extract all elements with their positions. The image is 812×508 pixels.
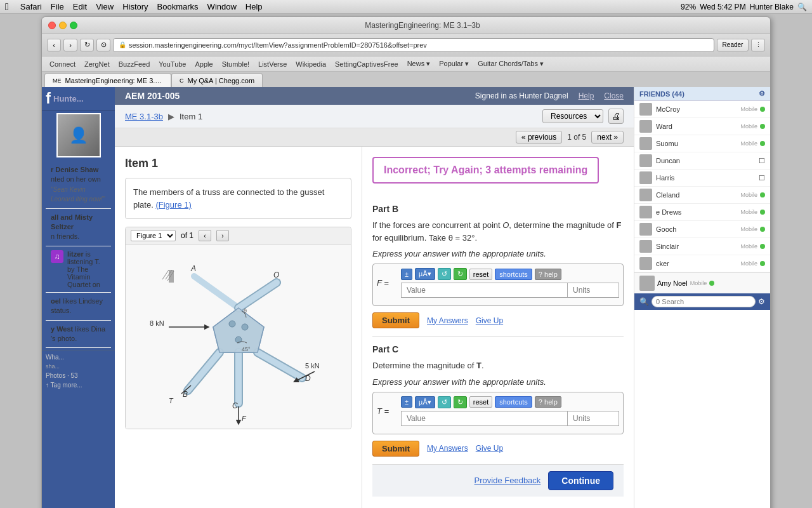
part-c-give-up-link[interactable]: Give Up bbox=[476, 444, 503, 453]
friend-item-cker: cker Mobile bbox=[634, 255, 770, 272]
friend-mobile-cker: Mobile bbox=[740, 260, 757, 267]
part-c-units-input[interactable] bbox=[568, 411, 619, 425]
bookmark-news[interactable]: News ▾ bbox=[403, 58, 435, 69]
main-content-area: AEM 201-005 Signed in as Hunter Dagnel H… bbox=[115, 87, 634, 508]
friend-left-ward: Ward bbox=[639, 120, 672, 133]
fb-search-input[interactable] bbox=[652, 296, 756, 307]
part-b-units-input[interactable] bbox=[568, 283, 619, 297]
maximize-window-button[interactable] bbox=[70, 22, 77, 29]
prev-button[interactable]: « previous bbox=[516, 131, 562, 144]
bookmark-popular[interactable]: Popular ▾ bbox=[435, 58, 473, 69]
menu-history[interactable]: History bbox=[122, 2, 148, 11]
bookmark-buzzfeed[interactable]: BuzzFeed bbox=[115, 59, 154, 69]
part-c-format-btn2[interactable]: µÅ▾ bbox=[415, 396, 435, 408]
friend-name-suomu: Suomu bbox=[656, 140, 678, 147]
friend-status-cker: Mobile bbox=[740, 260, 765, 267]
bookmark-stumble[interactable]: Stumble! bbox=[218, 59, 253, 69]
part-b-format-btn2[interactable]: µÅ▾ bbox=[415, 268, 435, 280]
extensions-button[interactable]: ⋮ bbox=[751, 39, 765, 51]
breadcrumb-link[interactable]: ME 3.1-3b bbox=[125, 112, 163, 121]
part-c-redo-btn[interactable]: ↻ bbox=[454, 396, 467, 408]
menu-edit[interactable]: Edit bbox=[73, 2, 87, 11]
part-b-redo-btn[interactable]: ↻ bbox=[454, 268, 467, 280]
feedback-link[interactable]: Provide Feedback bbox=[475, 476, 541, 485]
part-b-help-btn[interactable]: ? help bbox=[535, 269, 561, 280]
bookmark-connect[interactable]: Connect bbox=[46, 59, 79, 69]
part-b-my-answers-link[interactable]: My Answers bbox=[427, 316, 468, 325]
address-bar[interactable]: 🔒 session.masteringengineering.com/myct/… bbox=[113, 38, 714, 52]
help-link[interactable]: Help bbox=[579, 91, 594, 100]
part-b-undo-btn[interactable]: ↺ bbox=[438, 268, 451, 280]
fb-friends-options-icon[interactable]: ⚙ bbox=[759, 90, 765, 98]
part-c-eq-label: T = bbox=[377, 406, 396, 416]
fb-footer-name: Amy Noel bbox=[657, 279, 688, 287]
figure-next-button[interactable]: › bbox=[216, 230, 229, 241]
bookmark-listverse[interactable]: ListVerse bbox=[254, 59, 291, 69]
bookmark-settingcaptivesfree[interactable]: SettingCaptivesFree bbox=[331, 59, 402, 69]
refresh-button[interactable]: ↻ bbox=[80, 39, 94, 51]
friend-check-harris: ☐ bbox=[759, 174, 765, 182]
notif-quote-denise: "Sean Kevin Leonard iting now!" bbox=[51, 186, 105, 203]
part-c-format-btn1[interactable]: ± bbox=[401, 396, 412, 408]
notif-text-denise: nted on her own bbox=[51, 175, 101, 183]
friend-mobile-suomu: Mobile bbox=[740, 140, 757, 147]
part-c-help-btn[interactable]: ? help bbox=[535, 396, 561, 408]
friend-name-harris: Harris bbox=[656, 174, 674, 182]
figure-select[interactable]: Figure 1 bbox=[131, 230, 176, 241]
part-b-shortcuts-btn[interactable]: shortcuts bbox=[495, 269, 532, 280]
part-c-reset-btn[interactable]: reset bbox=[469, 396, 492, 408]
bookmark-wikipedia[interactable]: Wikipedia bbox=[292, 59, 330, 69]
menu-search-icon[interactable]: 🔍 bbox=[797, 3, 807, 11]
bottom-action-bar: Provide Feedback Continue bbox=[372, 464, 624, 497]
bookmark-youtube[interactable]: YouTube bbox=[155, 59, 190, 69]
part-b-submit-button[interactable]: Submit bbox=[372, 312, 419, 328]
app-name[interactable]: Safari bbox=[20, 2, 42, 11]
figure-prev-button[interactable]: ‹ bbox=[199, 230, 211, 241]
menu-help[interactable]: Help bbox=[246, 2, 263, 11]
part-c-header: Part C bbox=[372, 344, 624, 354]
minimize-window-button[interactable] bbox=[59, 22, 67, 29]
resources-dropdown[interactable]: Resources bbox=[542, 109, 603, 123]
fb-settings-icon[interactable]: ⚙ bbox=[758, 297, 765, 306]
menu-view[interactable]: View bbox=[96, 2, 114, 11]
bookmark-apple[interactable]: Apple bbox=[192, 59, 217, 69]
menu-bookmarks[interactable]: Bookmarks bbox=[157, 2, 199, 11]
friend-left-gooch: Gooch bbox=[639, 223, 676, 236]
home-button[interactable]: ⊙ bbox=[96, 39, 110, 51]
figure-header: Figure 1 of 1 ‹ › bbox=[126, 227, 351, 244]
friend-item-duncan: Duncan ☐ bbox=[634, 152, 770, 170]
part-b-format-btn1[interactable]: ± bbox=[401, 269, 412, 280]
print-button[interactable]: 🖨 bbox=[608, 109, 624, 124]
svg-point-13 bbox=[229, 321, 235, 327]
part-c-my-answers-link[interactable]: My Answers bbox=[427, 444, 468, 453]
tab-mastering-engineering[interactable]: ME MasteringEngineering: ME 3.1–3b bbox=[44, 73, 171, 87]
figure-link[interactable]: (Figure 1) bbox=[155, 200, 191, 210]
part-c-undo-btn[interactable]: ↺ bbox=[438, 396, 451, 408]
back-button[interactable]: ‹ bbox=[47, 39, 61, 51]
reader-button[interactable]: Reader bbox=[717, 39, 749, 51]
incorrect-banner: Incorrect; Try Again; 3 attempts remaini… bbox=[372, 157, 599, 184]
apple-menu[interactable]:  bbox=[5, 1, 9, 13]
part-b-give-up-link[interactable]: Give Up bbox=[476, 316, 503, 325]
friend-name-duncan: Duncan bbox=[656, 157, 680, 164]
forward-button[interactable]: › bbox=[63, 39, 77, 51]
menu-file[interactable]: File bbox=[51, 2, 64, 11]
bookmark-guitar[interactable]: Guitar Chords/Tabs ▾ bbox=[474, 58, 547, 69]
menu-window[interactable]: Window bbox=[207, 2, 237, 11]
friend-avatar-cleland bbox=[639, 189, 652, 201]
part-c-submit-button[interactable]: Submit bbox=[372, 441, 419, 457]
window-title: MasteringEngineering: ME 3.1–3b bbox=[81, 21, 764, 30]
bookmark-zergnet[interactable]: ZergNet bbox=[81, 59, 114, 69]
part-c-toolbar: ± µÅ▾ ↺ ↻ reset shortcuts ? help bbox=[401, 396, 619, 408]
part-b-value-input[interactable] bbox=[402, 283, 568, 297]
next-button[interactable]: next » bbox=[591, 131, 624, 144]
part-c-shortcuts-btn[interactable]: shortcuts bbox=[495, 396, 532, 408]
tab-chegg[interactable]: C My Q&A | Chegg.com bbox=[171, 73, 263, 87]
close-link[interactable]: Close bbox=[604, 91, 624, 100]
close-window-button[interactable] bbox=[48, 22, 56, 29]
continue-button[interactable]: Continue bbox=[548, 471, 613, 490]
friend-status-suomu: Mobile bbox=[740, 140, 765, 147]
notif-text-misty: n friends. bbox=[51, 232, 79, 240]
part-b-reset-btn[interactable]: reset bbox=[469, 269, 492, 280]
part-c-value-input[interactable] bbox=[402, 411, 568, 425]
